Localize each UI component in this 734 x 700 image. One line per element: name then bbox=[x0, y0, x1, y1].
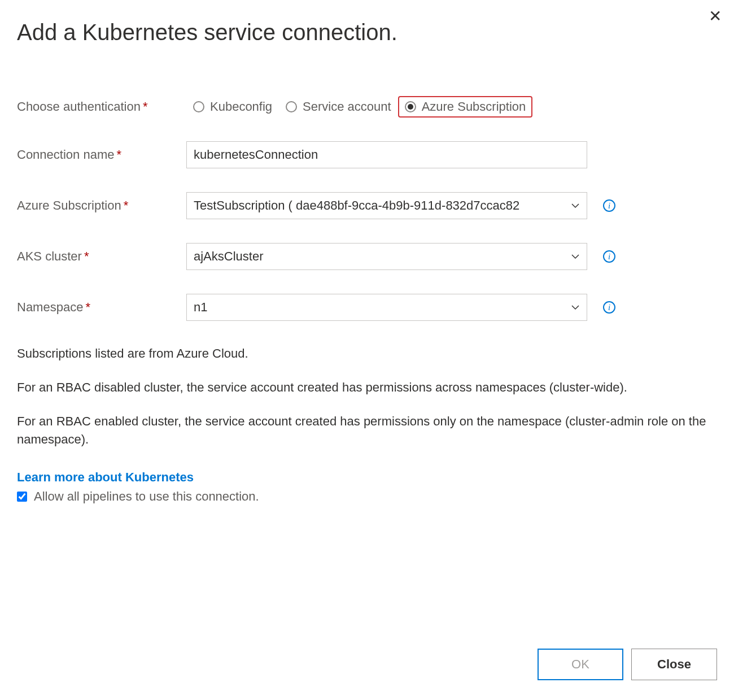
allow-pipelines-checkbox[interactable] bbox=[17, 492, 27, 502]
help-line-1: Subscriptions listed are from Azure Clou… bbox=[17, 345, 717, 363]
radio-kubeconfig[interactable]: Kubeconfig bbox=[186, 96, 279, 118]
azure-subscription-label-text: Azure Subscription bbox=[17, 198, 121, 212]
auth-label: Choose authentication* bbox=[17, 99, 186, 114]
connection-name-field bbox=[186, 141, 717, 168]
azure-subscription-field: TestSubscription ( dae488bf-9cca-4b9b-91… bbox=[186, 192, 717, 219]
namespace-label-text: Namespace bbox=[17, 300, 83, 314]
chevron-down-icon bbox=[571, 252, 580, 261]
dialog-title: Add a Kubernetes service connection. bbox=[17, 20, 717, 45]
dialog-footer: OK Close bbox=[538, 649, 717, 680]
azure-subscription-value: TestSubscription ( dae488bf-9cca-4b9b-91… bbox=[194, 198, 566, 213]
required-asterisk: * bbox=[116, 147, 121, 162]
namespace-label: Namespace* bbox=[17, 300, 186, 315]
radio-icon bbox=[405, 101, 416, 112]
aks-cluster-label: AKS cluster* bbox=[17, 249, 186, 264]
row-authentication: Choose authentication* Kubeconfig Servic… bbox=[17, 96, 717, 118]
aks-cluster-label-text: AKS cluster bbox=[17, 249, 82, 263]
required-asterisk: * bbox=[124, 198, 129, 212]
learn-more-link[interactable]: Learn more about Kubernetes bbox=[17, 470, 194, 485]
radio-azure-subscription[interactable]: Azure Subscription bbox=[398, 96, 533, 118]
info-icon[interactable]: i bbox=[603, 250, 615, 263]
ok-button[interactable]: OK bbox=[538, 649, 623, 680]
radio-service-account-label: Service account bbox=[303, 99, 391, 114]
help-line-3: For an RBAC enabled cluster, the service… bbox=[17, 412, 717, 449]
info-icon[interactable]: i bbox=[603, 199, 615, 212]
allow-pipelines-label: Allow all pipelines to use this connecti… bbox=[34, 489, 259, 504]
azure-subscription-label: Azure Subscription* bbox=[17, 198, 186, 213]
azure-subscription-dropdown[interactable]: TestSubscription ( dae488bf-9cca-4b9b-91… bbox=[186, 192, 587, 219]
auth-label-text: Choose authentication bbox=[17, 99, 141, 114]
info-icon[interactable]: i bbox=[603, 301, 615, 314]
close-icon[interactable]: ✕ bbox=[709, 8, 722, 24]
auth-radio-group: Kubeconfig Service account Azure Subscri… bbox=[186, 96, 717, 118]
aks-cluster-dropdown[interactable]: ajAksCluster bbox=[186, 243, 587, 270]
required-asterisk: * bbox=[84, 249, 89, 263]
namespace-dropdown[interactable]: n1 bbox=[186, 294, 587, 321]
radio-icon bbox=[286, 101, 297, 112]
row-namespace: Namespace* n1 i bbox=[17, 294, 717, 321]
connection-name-label: Connection name* bbox=[17, 147, 186, 162]
required-asterisk: * bbox=[85, 300, 90, 314]
aks-cluster-value: ajAksCluster bbox=[194, 249, 566, 264]
close-button[interactable]: Close bbox=[631, 649, 717, 680]
namespace-field: n1 i bbox=[186, 294, 717, 321]
chevron-down-icon bbox=[571, 303, 580, 312]
help-text-block: Subscriptions listed are from Azure Clou… bbox=[17, 345, 717, 449]
radio-icon bbox=[193, 101, 204, 112]
row-azure-subscription: Azure Subscription* TestSubscription ( d… bbox=[17, 192, 717, 219]
radio-azure-subscription-label: Azure Subscription bbox=[422, 99, 526, 114]
connection-name-input[interactable] bbox=[186, 141, 587, 168]
required-asterisk: * bbox=[143, 99, 148, 114]
radio-kubeconfig-label: Kubeconfig bbox=[210, 99, 272, 114]
row-connection-name: Connection name* bbox=[17, 141, 717, 168]
allow-pipelines-row: Allow all pipelines to use this connecti… bbox=[17, 489, 717, 504]
radio-service-account[interactable]: Service account bbox=[279, 96, 398, 118]
help-line-2: For an RBAC disabled cluster, the servic… bbox=[17, 379, 717, 397]
namespace-value: n1 bbox=[194, 300, 566, 315]
connection-name-label-text: Connection name bbox=[17, 147, 114, 162]
aks-cluster-field: ajAksCluster i bbox=[186, 243, 717, 270]
row-aks-cluster: AKS cluster* ajAksCluster i bbox=[17, 243, 717, 270]
chevron-down-icon bbox=[571, 201, 580, 210]
